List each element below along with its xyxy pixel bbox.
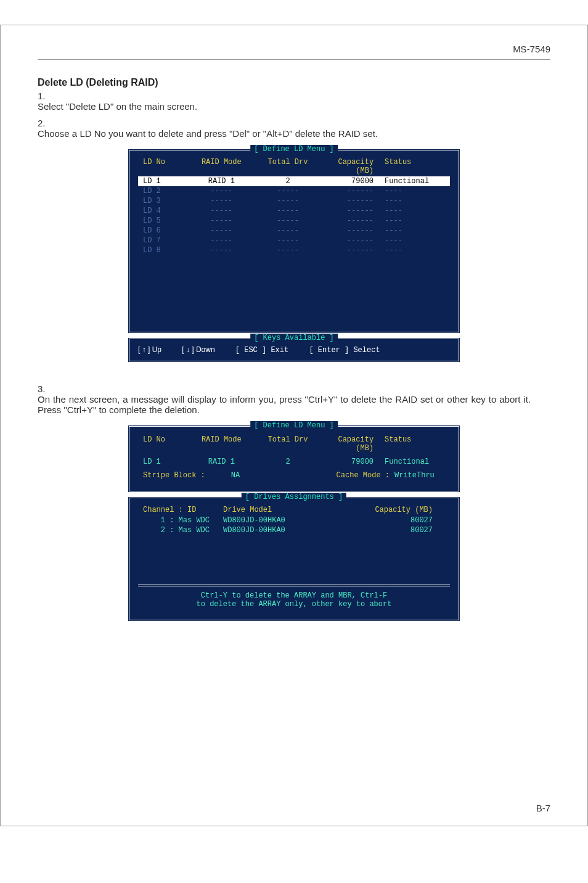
table-row-selected[interactable]: LD 1 RAID 1 2 79000 Functional bbox=[138, 176, 450, 186]
key-up: [ ↑ ] Up bbox=[138, 345, 161, 354]
table-row[interactable]: LD 2-------------------- bbox=[138, 186, 450, 196]
keys-available-bar: [ Keys Available ] [ ↑ ] Up [ ↓ ] Down [… bbox=[128, 337, 460, 363]
v-cap: 79000 bbox=[318, 458, 385, 466]
stripe-label: Stripe Block : bbox=[143, 471, 211, 480]
drive-row: 2 : Mas WDCWD800JD-00HKA080027 bbox=[138, 525, 450, 535]
key-esc: [ ESC ] Exit bbox=[235, 346, 288, 355]
step-2-text: Choose a LD No you want to delete and pr… bbox=[38, 128, 531, 139]
drive-rows: 1 : Mas WDCWD800JD-00HKA080027 2 : Mas W… bbox=[138, 515, 450, 535]
dh-cap: Capacity (MB) bbox=[346, 506, 433, 514]
msg-line-2: to delete the ARRAY only, other key to a… bbox=[138, 600, 450, 609]
key-down: [ ↓ ] Down bbox=[182, 345, 214, 354]
model-label: MS-7549 bbox=[513, 44, 550, 54]
confirm-msg: Ctrl-Y to delete the ARRAY and MBR, Ctrl… bbox=[138, 585, 450, 611]
step-3-text: On the next screen, a message will displ… bbox=[38, 394, 531, 415]
step-2-num: 2. bbox=[38, 118, 55, 128]
table-row[interactable]: LD 7-------------------- bbox=[138, 236, 450, 245]
stripe-value: NA bbox=[211, 471, 260, 480]
table-row[interactable]: LD 6-------------------- bbox=[138, 226, 450, 236]
bios-screenshot-1: [ Define LD Menu ] LD No RAID Mode Total… bbox=[38, 149, 550, 363]
step-3-num: 3. bbox=[38, 384, 55, 394]
table-rows-empty: LD 2--------------------LD 3------------… bbox=[138, 186, 450, 255]
col-ldno: LD No bbox=[143, 158, 186, 175]
step-1-num: 1. bbox=[38, 91, 55, 101]
key-enter: [ Enter ] Select bbox=[309, 346, 380, 355]
spacer bbox=[138, 535, 450, 566]
msg-line-1: Ctrl-Y to delete the ARRAY and MBR, Ctrl… bbox=[138, 591, 450, 600]
keys-list: [ ↑ ] Up [ ↓ ] Down [ ESC ] Exit [ Enter… bbox=[138, 345, 450, 355]
section-title: Delete LD (Deleting RAID) bbox=[38, 77, 550, 88]
v-mode: RAID 1 bbox=[186, 458, 258, 466]
panel-title: [ Define LD Menu ] bbox=[250, 145, 338, 154]
cell: 2 bbox=[258, 177, 318, 186]
cell: 79000 bbox=[318, 177, 385, 186]
cache-value: WriteThru bbox=[390, 471, 445, 480]
h-mode: RAID Mode bbox=[186, 435, 258, 453]
spacer bbox=[138, 255, 450, 323]
cache-label: Cache Mode : bbox=[322, 471, 390, 480]
dh-model: Drive Model bbox=[223, 506, 346, 514]
table-row[interactable]: LD 5-------------------- bbox=[138, 216, 450, 226]
cell: RAID 1 bbox=[186, 177, 258, 186]
page-frame: MS-7549 Delete LD (Deleting RAID) 1. Sel… bbox=[0, 25, 588, 826]
h-ldno: LD No bbox=[143, 435, 186, 453]
page-header: MS-7549 bbox=[38, 44, 550, 60]
col-stat: Status bbox=[385, 158, 445, 175]
drives-title: [ Drives Assignments ] bbox=[242, 493, 346, 501]
drives-header: Channel : ID Drive Model Capacity (MB) bbox=[138, 504, 450, 515]
bios-2: [ Define LD Menu ] LD No RAID Mode Total… bbox=[128, 425, 460, 622]
header-row: LD No RAID Mode Total Drv Capacity (MB) … bbox=[138, 433, 450, 455]
stripe-cache-row: Stripe Block : NA Cache Mode : WriteThru bbox=[138, 469, 450, 482]
col-mode: RAID Mode bbox=[186, 158, 258, 175]
dh-ch: Channel : ID bbox=[143, 506, 223, 514]
v-stat: Functional bbox=[385, 458, 445, 466]
step-3: 3. On the next screen, a message will di… bbox=[38, 384, 550, 415]
h-stat: Status bbox=[385, 435, 445, 453]
col-cap: Capacity (MB) bbox=[318, 158, 385, 175]
define-ld-menu-panel-2: [ Define LD Menu ] LD No RAID Mode Total… bbox=[128, 425, 460, 493]
define-ld-menu-panel: [ Define LD Menu ] LD No RAID Mode Total… bbox=[128, 149, 460, 334]
drive-row: 1 : Mas WDCWD800JD-00HKA080027 bbox=[138, 515, 450, 525]
h-drv: Total Drv bbox=[258, 435, 318, 453]
table-row[interactable]: LD 8-------------------- bbox=[138, 245, 450, 255]
drives-assignments-panel: [ Drives Assignments ] Channel : ID Driv… bbox=[128, 496, 460, 622]
keys-title: [ Keys Available ] bbox=[250, 334, 338, 342]
bios-1: [ Define LD Menu ] LD No RAID Mode Total… bbox=[128, 149, 460, 363]
h-cap: Capacity (MB) bbox=[318, 435, 385, 453]
v-drv: 2 bbox=[258, 458, 318, 466]
col-drv: Total Drv bbox=[258, 158, 318, 175]
step-2: 2. Choose a LD No you want to delete and… bbox=[38, 118, 550, 139]
table-row[interactable]: LD 3-------------------- bbox=[138, 196, 450, 206]
table-header: LD No RAID Mode Total Drv Capacity (MB) … bbox=[138, 157, 450, 176]
bios-screenshot-2: [ Define LD Menu ] LD No RAID Mode Total… bbox=[38, 425, 550, 622]
step-1-text: Select "Delete LD" on the main screen. bbox=[38, 101, 531, 112]
table-row[interactable]: LD 4-------------------- bbox=[138, 206, 450, 216]
step-1: 1. Select "Delete LD" on the main screen… bbox=[38, 91, 550, 112]
data-row: LD 1 RAID 1 2 79000 Functional bbox=[138, 455, 450, 469]
v-ldno: LD 1 bbox=[143, 458, 186, 466]
page-number: B-7 bbox=[536, 803, 550, 813]
panel-title-2: [ Define LD Menu ] bbox=[250, 421, 338, 430]
cell: LD 1 bbox=[143, 177, 186, 186]
cell: Functional bbox=[385, 177, 445, 186]
